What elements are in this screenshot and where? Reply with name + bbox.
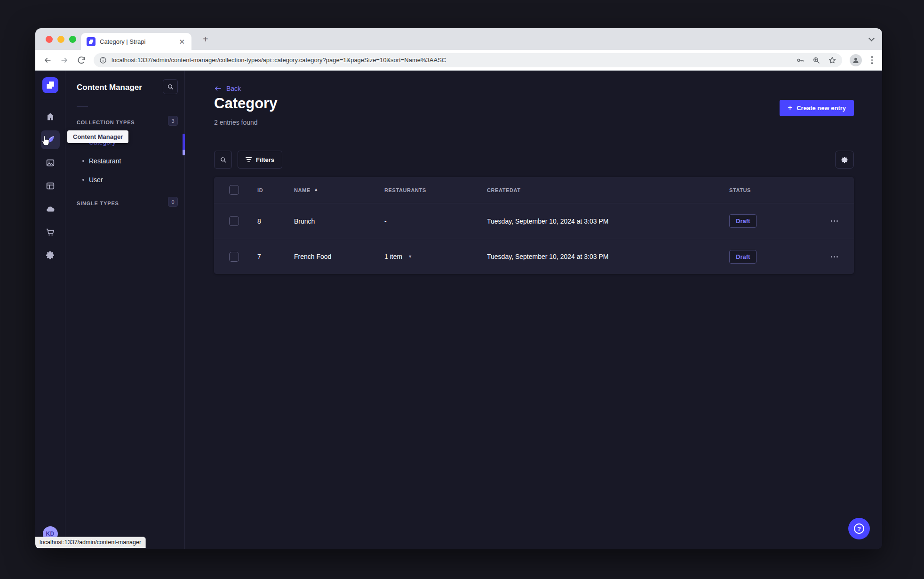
help-button[interactable]: ? [848,518,870,539]
create-new-entry-button[interactable]: + Create new entry [780,100,854,116]
row-actions-icon[interactable] [821,220,854,222]
cell-createdat: Tuesday, September 10, 2024 at 3:03 PM [474,217,716,225]
back-arrow-icon [214,85,222,92]
sidebar-item-label: User [89,176,103,184]
row-actions-icon[interactable] [821,256,854,257]
home-icon[interactable] [41,107,60,126]
marketplace-cart-icon[interactable] [41,223,60,241]
desktop: { "browser": { "tab_title": "Category | … [0,0,924,579]
filters-button[interactable]: Filters [238,151,282,169]
bullet-icon [82,160,84,162]
bookmark-star-icon[interactable] [828,56,836,64]
bullet-icon [82,179,84,181]
forward-icon[interactable] [60,56,69,65]
subnav-scrollbar-thumb[interactable] [183,134,185,155]
tab-search-chevron-icon[interactable] [869,36,874,40]
sidebar-item-label: Restaurant [89,157,121,165]
back-icon[interactable] [43,56,52,65]
zoom-window-button[interactable] [69,36,76,43]
expand-caret-icon: ▼ [408,254,412,259]
entries-table: ID NAME ▲ RESTAURANTS CREATEDAT STATUS 8… [214,177,854,274]
browser-menu-icon[interactable] [869,56,875,64]
browser-toolbar: localhost:1337/admin/content-manager/col… [35,50,882,71]
entries-count: 2 entries found [214,119,258,126]
cell-restaurants[interactable]: 1 item ▼ [371,253,474,260]
content-type-builder-icon[interactable] [41,177,60,195]
cell-name: French Food [281,253,371,260]
column-header-restaurants[interactable]: RESTAURANTS [371,187,474,193]
strapi-app: KD Content Manager COLLECTION TYPES 3 Ca… [35,71,882,549]
minimize-window-button[interactable] [57,36,64,43]
column-header-name[interactable]: NAME ▲ [281,187,371,193]
nav-icon-tooltip: Content Manager [67,130,128,143]
column-header-createdat[interactable]: CREATEDAT [474,187,716,193]
window-controls [46,36,76,43]
status-badge: Draft [729,250,757,264]
row-checkbox[interactable] [229,252,239,262]
main-content: Back Category 2 entries found + Create n… [185,71,882,549]
filters-label: Filters [256,156,274,163]
sidebar-item-restaurant[interactable]: Restaurant [82,157,121,165]
collection-types-label: COLLECTION TYPES [77,120,135,125]
cell-id: 8 [244,217,281,225]
collection-types-count-badge: 3 [168,116,178,126]
zoom-page-icon[interactable] [812,56,820,64]
rail-divider [41,100,60,100]
column-header-id[interactable]: ID [244,187,281,193]
link-preview-status-bar: localhost:1337/admin/content-manager [35,537,146,548]
table-row[interactable]: 7 French Food 1 item ▼ Tuesday, Septembe… [214,239,854,274]
cell-name: Brunch [281,217,371,225]
new-tab-button[interactable]: + [199,33,212,45]
reload-icon[interactable] [77,56,86,65]
row-checkbox[interactable] [229,216,239,226]
browser-tab-strip: Category | Strapi ✕ + [35,28,882,50]
table-header-row: ID NAME ▲ RESTAURANTS CREATEDAT STATUS [214,177,854,203]
password-key-icon[interactable] [796,56,805,64]
view-settings-button[interactable] [835,151,854,169]
cell-id: 7 [244,253,281,260]
help-question-icon: ? [854,523,864,534]
filter-icon [246,157,252,162]
sort-asc-icon: ▲ [314,187,319,192]
mouse-cursor [40,135,51,147]
settings-gear-icon[interactable] [41,246,60,265]
cell-createdat: Tuesday, September 10, 2024 at 3:03 PM [474,253,716,260]
create-button-label: Create new entry [797,105,846,112]
url-text: localhost:1337/admin/content-manager/col… [112,56,791,64]
browser-window: Category | Strapi ✕ + localhost:1337/adm… [35,28,882,549]
column-header-status[interactable]: STATUS [716,187,821,193]
table-row[interactable]: 8 Brunch - Tuesday, September 10, 2024 a… [214,203,854,239]
strapi-logo[interactable] [42,77,58,93]
tab-close-icon[interactable]: ✕ [177,37,187,46]
browser-profile-avatar[interactable] [850,54,862,66]
sidebar-item-user[interactable]: User [82,176,103,184]
subnav-title: Content Manager [77,83,142,92]
select-all-checkbox[interactable] [229,185,239,195]
cell-restaurants: - [371,217,474,225]
cloud-icon[interactable] [41,200,60,218]
browser-tab[interactable]: Category | Strapi ✕ [81,33,191,50]
back-link[interactable]: Back [214,85,241,92]
close-window-button[interactable] [46,36,53,43]
single-types-count-badge: 0 [168,197,178,207]
address-bar[interactable]: localhost:1337/admin/content-manager/col… [94,53,842,67]
back-label: Back [226,85,241,92]
tab-title: Category | Strapi [100,38,173,45]
media-library-icon[interactable] [41,153,60,172]
single-types-label: SINGLE TYPES [77,201,119,206]
page-info-icon[interactable] [99,56,107,64]
table-search-button[interactable] [214,151,232,169]
plus-icon: + [788,104,792,112]
subnav-search-button[interactable] [163,79,178,94]
status-badge: Draft [729,214,757,228]
subnav-divider [77,106,88,107]
strapi-favicon-icon [87,37,96,46]
page-title: Category [214,95,277,112]
